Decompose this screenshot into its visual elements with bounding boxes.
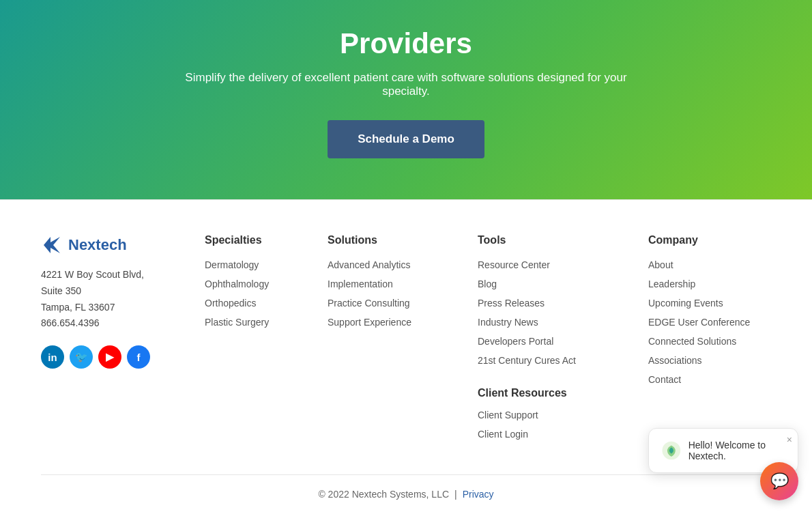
- list-item: Support Experience: [328, 316, 464, 328]
- plastic-surgery-link[interactable]: Plastic Surgery: [205, 317, 269, 328]
- list-item: Client Support: [478, 409, 635, 421]
- client-login-link[interactable]: Client Login: [478, 429, 528, 440]
- list-item: Blog: [478, 278, 635, 290]
- list-item: Client Login: [478, 428, 635, 440]
- privacy-link[interactable]: Privacy: [463, 489, 494, 500]
- twitter-icon[interactable]: 🐦: [70, 345, 93, 369]
- contact-link[interactable]: Contact: [648, 374, 681, 385]
- specialties-list: Dermatology Ophthalmology Orthopedics Pl…: [205, 259, 314, 328]
- chat-avatar-button[interactable]: 💬: [760, 462, 798, 500]
- solutions-list: Advanced Analytics Implementation Practi…: [328, 259, 464, 328]
- client-support-link[interactable]: Client Support: [478, 410, 538, 420]
- copyright: © 2022 Nextech Systems, LLC: [318, 489, 449, 500]
- industry-news-link[interactable]: Industry News: [478, 317, 538, 328]
- footer-address: 4221 W Boy Scout Blvd, Suite 350 Tampa, …: [41, 267, 191, 332]
- hero-title: Providers: [14, 27, 798, 60]
- list-item: Connected Solutions: [648, 335, 798, 347]
- list-item: About: [648, 259, 798, 271]
- svg-marker-0: [44, 237, 60, 253]
- list-item: Orthopedics: [205, 297, 314, 309]
- nextech-logo-icon: [41, 234, 63, 256]
- tools-list: Resource Center Blog Press Releases Indu…: [478, 259, 635, 367]
- leadership-link[interactable]: Leadership: [648, 279, 695, 289]
- address-line3: Tampa, FL 33607: [41, 302, 115, 313]
- client-resources-list: Client Support Client Login: [478, 409, 635, 440]
- footer-bottom: © 2022 Nextech Systems, LLC | Privacy: [41, 474, 771, 500]
- separator: |: [454, 489, 457, 500]
- phone: 866.654.4396: [41, 317, 100, 328]
- client-resources-section: Client Resources Client Support Client L…: [478, 387, 635, 440]
- linkedin-icon[interactable]: in: [41, 345, 64, 369]
- advanced-analytics-link[interactable]: Advanced Analytics: [328, 259, 410, 270]
- list-item: Developers Portal: [478, 335, 635, 347]
- facebook-icon[interactable]: f: [127, 345, 150, 369]
- orthopedics-link[interactable]: Orthopedics: [205, 298, 256, 309]
- about-link[interactable]: About: [648, 259, 673, 270]
- chat-logo-icon: [661, 438, 682, 463]
- list-item: Contact: [648, 373, 798, 386]
- list-item: Implementation: [328, 278, 464, 290]
- connected-solutions-link[interactable]: Connected Solutions: [648, 336, 736, 347]
- list-item: Ophthalmology: [205, 278, 314, 290]
- implementation-link[interactable]: Implementation: [328, 279, 393, 289]
- upcoming-events-link[interactable]: Upcoming Events: [648, 298, 723, 309]
- list-item: 21st Century Cures Act: [478, 354, 635, 367]
- list-item: Press Releases: [478, 297, 635, 309]
- edge-user-conference-link[interactable]: EDGE User Conference: [648, 317, 750, 328]
- hero-section: Providers Simplify the delivery of excel…: [0, 0, 812, 199]
- address-line1: 4221 W Boy Scout Blvd,: [41, 269, 144, 280]
- company-list: About Leadership Upcoming Events EDGE Us…: [648, 259, 798, 386]
- footer-grid: Nextech 4221 W Boy Scout Blvd, Suite 350…: [41, 234, 771, 447]
- solutions-col: Solutions Advanced Analytics Implementat…: [328, 234, 464, 447]
- list-item: Advanced Analytics: [328, 259, 464, 271]
- logo-text: Nextech: [68, 236, 127, 254]
- list-item: Associations: [648, 354, 798, 367]
- schedule-demo-button[interactable]: Schedule a Demo: [328, 120, 484, 158]
- social-icons: in 🐦 ▶ f: [41, 345, 191, 369]
- list-item: EDGE User Conference: [648, 316, 798, 328]
- footer-logo: Nextech: [41, 234, 191, 256]
- specialties-heading: Specialties: [205, 234, 314, 246]
- ophthalmology-link[interactable]: Ophthalmology: [205, 279, 269, 289]
- 21st-century-cures-link[interactable]: 21st Century Cures Act: [478, 355, 576, 366]
- associations-link[interactable]: Associations: [648, 355, 702, 366]
- hero-subtitle: Simplify the delivery of excellent patie…: [167, 71, 645, 98]
- solutions-heading: Solutions: [328, 234, 464, 246]
- list-item: Dermatology: [205, 259, 314, 271]
- practice-consulting-link[interactable]: Practice Consulting: [328, 298, 410, 309]
- footer-brand: Nextech 4221 W Boy Scout Blvd, Suite 350…: [41, 234, 191, 447]
- list-item: Leadership: [648, 278, 798, 290]
- dermatology-link[interactable]: Dermatology: [205, 259, 259, 270]
- press-releases-link[interactable]: Press Releases: [478, 298, 545, 309]
- chat-bubble-text: Hello! Welcome to Nextech.: [688, 440, 785, 461]
- company-col: Company About Leadership Upcoming Events…: [648, 234, 798, 447]
- list-item: Plastic Surgery: [205, 316, 314, 328]
- youtube-icon[interactable]: ▶: [98, 345, 121, 369]
- blog-link[interactable]: Blog: [478, 279, 497, 289]
- specialties-col: Specialties Dermatology Ophthalmology Or…: [205, 234, 314, 447]
- list-item: Upcoming Events: [648, 297, 798, 309]
- tools-heading: Tools: [478, 234, 635, 246]
- tools-col: Tools Resource Center Blog Press Release…: [478, 234, 635, 447]
- address-line2: Suite 350: [41, 285, 81, 296]
- list-item: Industry News: [478, 316, 635, 328]
- chat-close-button[interactable]: ×: [787, 434, 792, 445]
- support-experience-link[interactable]: Support Experience: [328, 317, 411, 328]
- list-item: Resource Center: [478, 259, 635, 271]
- company-heading: Company: [648, 234, 798, 246]
- developers-portal-link[interactable]: Developers Portal: [478, 336, 553, 347]
- list-item: Practice Consulting: [328, 297, 464, 309]
- client-resources-heading: Client Resources: [478, 387, 635, 399]
- resource-center-link[interactable]: Resource Center: [478, 259, 550, 270]
